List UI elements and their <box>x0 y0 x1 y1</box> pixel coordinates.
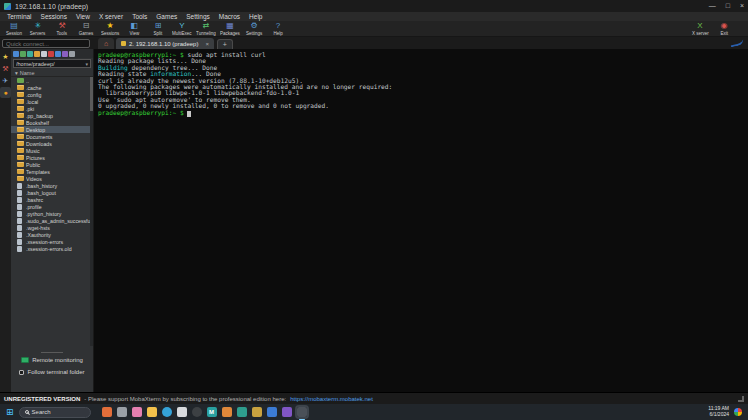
file-row[interactable]: .bash_logout <box>11 189 93 196</box>
name-column-header[interactable]: ▾ Name <box>11 69 93 77</box>
toolbar-button-tools[interactable]: ⚒Tools <box>50 22 74 36</box>
sync-icon[interactable] <box>69 51 75 57</box>
checkbox-icon[interactable] <box>19 370 24 375</box>
file-row[interactable]: .Xauthority <box>11 231 93 238</box>
taskbar-clock[interactable]: 11:19 AM 6/1/2024 <box>708 406 729 418</box>
file-row[interactable]: .xsession-errors <box>11 238 93 245</box>
file-row[interactable]: .xsession-errors.old <box>11 245 93 252</box>
scrollbar-thumb[interactable] <box>90 77 93 111</box>
file-row[interactable]: .pp_backup <box>11 112 93 119</box>
file-row[interactable]: .wget-hsts <box>11 224 93 231</box>
active-app-icon[interactable] <box>297 407 307 417</box>
menu-item-view[interactable]: View <box>72 13 94 20</box>
menu-item-games[interactable]: Games <box>152 13 181 20</box>
menu-item-terminal[interactable]: Terminal <box>3 13 36 20</box>
menu-item-x-server[interactable]: X server <box>95 13 127 20</box>
edge-icon[interactable] <box>162 407 172 417</box>
new-file-icon[interactable] <box>41 51 47 57</box>
sidebar-scrollbar[interactable] <box>90 77 93 346</box>
toolbar-button-help[interactable]: ?Help <box>266 22 290 36</box>
menu-item-help[interactable]: Help <box>245 13 266 20</box>
quick-connect-input[interactable] <box>2 39 90 48</box>
file-explorer-icon[interactable] <box>147 407 157 417</box>
settings-icon[interactable] <box>62 51 68 57</box>
new-tab-button[interactable]: + <box>217 39 233 49</box>
file-row[interactable]: .. <box>11 77 93 84</box>
photos-icon[interactable] <box>267 407 277 417</box>
toolbar-button-x-server[interactable]: XX server <box>688 22 712 36</box>
edit-icon[interactable] <box>55 51 61 57</box>
file-row[interactable]: Bookshelf <box>11 119 93 126</box>
mobaxterm-taskbar-icon[interactable]: M <box>207 407 217 417</box>
terminal[interactable]: pradeep@raspberrypi:~ $ sudo apt install… <box>94 49 748 392</box>
sessions-tab-icon[interactable]: ★ <box>0 51 11 62</box>
toolbar-button-tunneling[interactable]: ⇄Tunneling <box>194 22 218 36</box>
file-row[interactable]: Desktop <box>11 126 93 133</box>
menu-item-macros[interactable]: Macros <box>215 13 244 20</box>
menu-item-tools[interactable]: Tools <box>128 13 151 20</box>
stacked-windows-icon[interactable] <box>117 407 127 417</box>
file-row[interactable]: Music <box>11 147 93 154</box>
file-row[interactable]: .sudo_as_admin_successful <box>11 217 93 224</box>
tools-tab-icon[interactable]: ⚒ <box>0 63 11 74</box>
file-row[interactable]: .profile <box>11 203 93 210</box>
session-tab[interactable]: 2. 192.168.1.10 (pradeep) × <box>116 38 214 49</box>
toolbar-button-exit[interactable]: ◉Exit <box>712 22 736 36</box>
menu-item-settings[interactable]: Settings <box>182 13 214 20</box>
file-row[interactable]: .config <box>11 91 93 98</box>
minimize-icon[interactable]: — <box>709 1 716 11</box>
path-dropdown-icon[interactable]: ▾ <box>85 61 88 67</box>
taskbar-search[interactable]: Search <box>19 407 91 418</box>
menu-item-sessions[interactable]: Sessions <box>37 13 71 20</box>
teal-app-icon[interactable] <box>237 407 247 417</box>
toolbar-button-multiexec[interactable]: YMultiExec <box>170 22 194 36</box>
pink-app-icon[interactable] <box>132 407 142 417</box>
toolbar-button-games[interactable]: ⊟Games <box>74 22 98 36</box>
file-row[interactable]: Pictures <box>11 154 93 161</box>
toolbar-button-view[interactable]: ◧View <box>122 22 146 36</box>
toolbox-icon[interactable] <box>252 407 262 417</box>
dark-circle-icon[interactable] <box>192 407 202 417</box>
sftp-tab-icon[interactable]: ● <box>0 87 11 98</box>
upload-icon[interactable] <box>20 51 26 57</box>
start-button[interactable]: ⊞ <box>6 407 14 417</box>
macros-tab-icon[interactable]: ✈ <box>0 75 11 86</box>
file-row[interactable]: .python_history <box>11 210 93 217</box>
defender-icon[interactable] <box>222 407 232 417</box>
file-row[interactable]: .bashrc <box>11 196 93 203</box>
toolbar-button-servers[interactable]: ✳Servers <box>26 22 50 36</box>
toolbar-button-settings[interactable]: ⚙Settings <box>242 22 266 36</box>
tab-close-icon[interactable]: × <box>205 41 209 47</box>
toolbar-button-session[interactable]: ▤Session <box>2 22 26 36</box>
path-bar[interactable]: /home/pradeep/ ▾ <box>13 59 91 68</box>
close-icon[interactable]: × <box>740 1 744 11</box>
new-folder-icon[interactable] <box>34 51 40 57</box>
file-row[interactable]: Templates <box>11 168 93 175</box>
copilot-icon[interactable] <box>734 408 742 416</box>
folder-icon <box>17 162 24 167</box>
toolbar-button-packages[interactable]: ▦Packages <box>218 22 242 36</box>
remote-monitoring-button[interactable]: Remote monitoring <box>21 357 83 363</box>
purple-app-icon[interactable] <box>282 407 292 417</box>
mobatek-link[interactable]: https://mobaxterm.mobatek.net <box>290 396 373 402</box>
file-row[interactable]: .pki <box>11 105 93 112</box>
follow-terminal-checkbox[interactable]: Follow terminal folder <box>19 369 84 375</box>
file-row[interactable]: .cache <box>11 84 93 91</box>
home-tab[interactable]: ⌂ <box>98 38 114 49</box>
delete-icon[interactable] <box>48 51 54 57</box>
download-icon[interactable] <box>27 51 33 57</box>
file-row[interactable]: Videos <box>11 175 93 182</box>
file-row[interactable]: Public <box>11 161 93 168</box>
folder-icon <box>17 176 24 181</box>
toolbar-button-split[interactable]: ⊞Split <box>146 22 170 36</box>
file-row[interactable]: Documents <box>11 133 93 140</box>
firefox-icon[interactable] <box>102 407 112 417</box>
refresh-icon[interactable] <box>13 51 19 57</box>
file-row[interactable]: Downloads <box>11 140 93 147</box>
file-row[interactable]: .bash_history <box>11 182 93 189</box>
app-window-icon[interactable] <box>177 407 187 417</box>
resize-grip[interactable] <box>738 396 744 402</box>
file-row[interactable]: .local <box>11 98 93 105</box>
toolbar-button-sessions[interactable]: ★Sessions <box>98 22 122 36</box>
maximize-icon[interactable]: □ <box>726 1 730 11</box>
